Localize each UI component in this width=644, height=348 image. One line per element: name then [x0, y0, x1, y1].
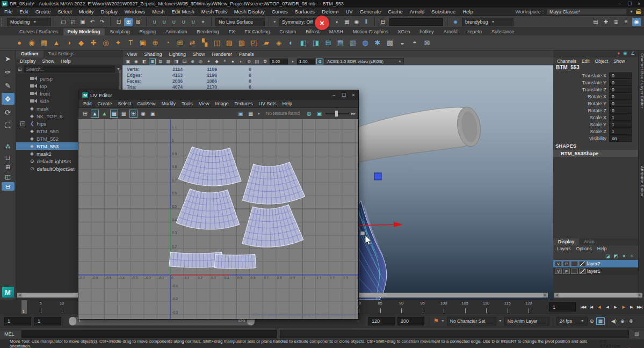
menu-display[interactable]: Display — [101, 9, 118, 15]
layout-outliner-persp-icon[interactable]: ⊟ — [2, 182, 15, 191]
menu-mesh-display[interactable]: Mesh Display — [234, 9, 265, 15]
open-scene-icon[interactable]: ◰ — [69, 18, 77, 26]
shelf-tool-icon[interactable]: ◎ — [100, 38, 111, 48]
layer-color-swatch[interactable] — [579, 261, 586, 266]
layer-playback-toggle[interactable]: P — [563, 261, 570, 266]
chevron-down-icon[interactable]: ▼ — [629, 10, 633, 13]
uv-menu-cut-sew[interactable]: Cut/Sew — [138, 101, 156, 106]
menu-edit[interactable]: Edit — [19, 9, 28, 15]
viewport-tool-icon[interactable]: ◉ — [133, 59, 140, 64]
viewport-tool-icon[interactable]: ⊞ — [149, 59, 156, 64]
bookmark-icon[interactable]: ⚑ — [433, 317, 439, 324]
move-tool-icon[interactable]: ✥ — [2, 93, 15, 105]
select-hierarchy-icon[interactable]: ⊡ — [114, 18, 123, 26]
menu-help[interactable]: Help — [462, 9, 473, 15]
texture-borders-icon[interactable]: ▦ — [120, 110, 128, 118]
viewport-tool-icon[interactable]: ◗ — [237, 59, 244, 64]
chevron-down-icon[interactable]: ▼ — [441, 319, 445, 323]
shelf-tool-icon[interactable]: ▩ — [385, 38, 395, 48]
dim-image-slider[interactable] — [325, 113, 349, 114]
gamma-icon[interactable]: ◑ — [289, 59, 296, 64]
shelf-tool-icon[interactable]: ◐ — [286, 38, 296, 48]
snap-center-icon[interactable]: ∪ — [179, 18, 188, 26]
shelf-tab-rigging[interactable]: Rigging — [135, 28, 161, 35]
minimize-button[interactable]: – — [329, 92, 339, 98]
playback-end-field[interactable]: 120 — [368, 317, 395, 325]
viewport-tool-icon[interactable]: ▣ — [125, 59, 132, 64]
playblast-icon[interactable]: ▦ — [596, 317, 605, 325]
current-time-field[interactable]: 1 — [549, 302, 576, 311]
menu-mesh-tools[interactable]: Mesh Tools — [201, 9, 227, 15]
tab-anim[interactable]: Anim — [579, 238, 599, 245]
new-scene-icon[interactable]: ▢ — [59, 18, 68, 26]
command-input[interactable] — [21, 330, 277, 338]
layer-menu-help[interactable]: Help — [597, 246, 606, 251]
image-ratio-icon[interactable]: ▣ — [315, 110, 323, 118]
layer-action-icon[interactable]: ✦ — [622, 253, 626, 259]
channel-value-field[interactable]: 1 — [609, 114, 632, 121]
layout-four-pane-icon[interactable]: ⊞ — [2, 163, 15, 171]
layer-action-icon[interactable]: ◪ — [605, 253, 610, 259]
shelf-tool-icon[interactable]: ◨ — [310, 38, 321, 48]
shelf-tool-icon[interactable]: ◧ — [298, 38, 309, 48]
shelf-tab-curves-surfaces[interactable]: Curves / Surfaces — [15, 28, 62, 35]
channel-menu-object[interactable]: Object — [595, 59, 609, 64]
checker-map-icon[interactable]: ▦ — [110, 110, 118, 118]
viewport-tool-icon[interactable]: ▦ — [165, 59, 172, 64]
layer-action-icon[interactable]: ◩ — [613, 253, 618, 259]
tab-outliner[interactable]: Outliner — [16, 50, 44, 57]
menu-edit-mesh[interactable]: Edit Mesh — [172, 9, 194, 15]
outliner-menu-show[interactable]: Show — [42, 59, 55, 64]
shelf-tab-substance[interactable]: Substance — [487, 28, 519, 35]
channel-value-field[interactable]: 0 — [609, 93, 632, 100]
shelf-tool-icon[interactable]: ◰ — [249, 38, 259, 48]
shape-node-name[interactable]: BTM_553Shape — [553, 150, 638, 157]
playback-start-field[interactable]: 1 — [34, 317, 61, 325]
lasso-tool-icon[interactable]: ✑ — [2, 66, 15, 78]
shelf-tab-zepeto[interactable]: zepeto — [463, 28, 486, 35]
channel-menu-show[interactable]: Show — [613, 59, 625, 64]
playback-button[interactable]: |◀◀ — [579, 302, 587, 312]
layer-row-layer1[interactable]: VP layer1 — [553, 267, 638, 275]
viewport-tool-icon[interactable]: ◎ — [197, 59, 204, 64]
uv-menu-image[interactable]: Image — [215, 101, 228, 106]
evaluation-icon[interactable]: ✜ — [627, 317, 635, 325]
channel-value-field[interactable]: 0 — [609, 86, 632, 93]
shelf-tool-icon[interactable]: ⊟ — [323, 38, 334, 48]
menu-set-select[interactable]: Modeling▼ — [7, 18, 51, 26]
character-set-select[interactable]: No Character Set — [447, 317, 496, 325]
sidebar-horizontal-scrollbar[interactable]: ◀▶ — [554, 293, 642, 298]
playback-button[interactable]: |▶ — [619, 302, 627, 312]
channel-menu-channels[interactable]: Channels — [557, 59, 576, 64]
animation-prefs-icon[interactable]: ♦ — [617, 50, 620, 57]
playback-button[interactable]: ▶| — [627, 302, 635, 312]
shelf-tool-icon[interactable]: ◓ — [409, 38, 420, 48]
shelf-tab-motion-graphics[interactable]: Motion Graphics — [349, 28, 393, 35]
menu-uv[interactable]: UV — [345, 9, 352, 15]
shelf-tool-icon[interactable]: ◑ — [63, 38, 74, 48]
viewport-tool-icon[interactable]: ● — [229, 59, 236, 64]
shelf-tab-fx[interactable]: FX — [225, 28, 240, 35]
uv-shaded-icon[interactable]: ▲ — [100, 110, 108, 118]
checker-icon[interactable]: ▦ — [247, 110, 255, 118]
shelf-tool-icon[interactable]: ▦ — [39, 38, 49, 48]
playback-button[interactable]: ◀| — [595, 302, 603, 312]
viewport-menu-panels[interactable]: Panels — [239, 52, 254, 57]
user-account-select[interactable]: brendybug▼ — [462, 18, 513, 26]
shelf-tool-icon[interactable]: ◔ — [162, 38, 173, 48]
shelf-tab-poly-modeling[interactable]: Poly Modeling — [63, 28, 105, 35]
channel-value-field[interactable]: 0 — [609, 100, 632, 107]
shelf-tab-rendering[interactable]: Rendering — [192, 28, 223, 35]
audio-icon[interactable]: ◀) — [610, 317, 618, 325]
shelf-tool-icon[interactable]: ▨ — [224, 38, 235, 48]
viewport-tool-icon[interactable]: ⊕ — [189, 59, 196, 64]
maximize-button[interactable]: ☐ — [625, 1, 634, 6]
menu-deform[interactable]: Deform — [322, 9, 338, 15]
viewport-tool-icon[interactable]: ⌖ — [221, 59, 228, 64]
viewport-tool-icon[interactable]: ◆ — [213, 59, 220, 64]
command-language-label[interactable]: MEL — [4, 331, 18, 337]
outliner-search-input[interactable]: Search... — [24, 66, 115, 73]
layer-menu-options[interactable]: Options — [576, 246, 592, 251]
outliner-menu-help[interactable]: Help — [61, 59, 71, 64]
uv-distortion-icon[interactable]: ▲ — [91, 110, 99, 118]
